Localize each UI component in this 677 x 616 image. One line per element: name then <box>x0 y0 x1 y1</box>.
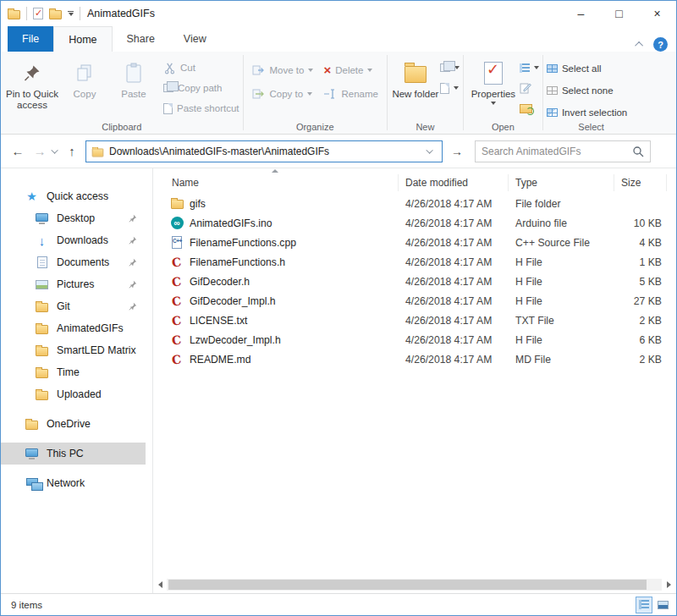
help-icon[interactable]: ? <box>653 37 668 52</box>
copy-path-button[interactable]: Copy path <box>163 80 239 96</box>
properties-button[interactable]: Properties <box>467 54 520 120</box>
copy-to-button[interactable]: Copy to <box>252 88 314 100</box>
paste-shortcut-button[interactable]: Paste shortcut <box>163 100 239 117</box>
file-name: GifDecoder_Impl.h <box>190 295 276 307</box>
sidebar-item[interactable]: Documents <box>1 251 152 273</box>
file-size: 6 KB <box>614 334 667 346</box>
column-header-name[interactable]: Name <box>163 174 399 191</box>
sidebar-item[interactable]: AnimatedGIFs <box>1 317 152 339</box>
rename-button[interactable]: Rename <box>323 88 377 100</box>
sidebar-item[interactable]: Time <box>1 361 152 383</box>
open-button[interactable] <box>520 59 539 76</box>
forward-button[interactable]: → <box>31 144 48 158</box>
file-date-modified: 4/26/2018 4:17 AM <box>399 276 509 288</box>
sidebar-item[interactable]: Pictures <box>1 273 152 295</box>
pin-icon <box>129 258 137 267</box>
search-box[interactable] <box>475 140 651 162</box>
address-bar[interactable]: Downloads\AnimatedGIFs-master\AnimatedGI… <box>85 140 443 162</box>
column-header-type[interactable]: Type <box>509 174 614 191</box>
file-icon <box>170 256 184 269</box>
table-row[interactable]: gifs 4/26/2018 4:17 AM File folder <box>163 194 676 213</box>
qat-customize-icon[interactable] <box>68 11 74 16</box>
invert-selection-button[interactable]: Invert selection <box>547 104 627 120</box>
go-button[interactable]: → <box>448 140 466 162</box>
sidebar-item[interactable]: Downloads <box>1 229 152 251</box>
scrollbar-thumb[interactable] <box>168 580 647 590</box>
select-all-button[interactable]: Select all <box>547 61 627 77</box>
search-icon <box>632 146 644 157</box>
table-row[interactable]: FilenameFunctions.cpp 4/26/2018 4:17 AM … <box>163 233 676 252</box>
minimize-button[interactable]: – <box>562 1 600 26</box>
close-button[interactable]: × <box>638 1 676 26</box>
details-view-button[interactable] <box>636 597 652 613</box>
separator <box>26 7 27 20</box>
table-row[interactable]: GifDecoder_Impl.h 4/26/2018 4:17 AM H Fi… <box>163 291 676 311</box>
delete-button[interactable]: × Delete <box>323 64 377 76</box>
thumbnails-view-button[interactable] <box>654 597 671 613</box>
horizontal-scrollbar[interactable] <box>153 579 675 591</box>
delete-icon: × <box>323 64 331 76</box>
new-item-button[interactable] <box>440 59 460 76</box>
table-row[interactable]: LICENSE.txt 4/26/2018 4:17 AM TXT File 2… <box>163 311 676 330</box>
table-row[interactable]: AnimatedGIFs.ino 4/26/2018 4:17 AM Ardui… <box>163 213 676 233</box>
sidebar-item[interactable]: Uploaded <box>1 383 152 405</box>
copy-button[interactable]: Copy <box>60 54 109 120</box>
copy-icon <box>74 58 95 87</box>
pin-icon <box>129 280 137 289</box>
file-type: C++ Source File <box>509 237 614 249</box>
move-to-button[interactable]: Move to <box>252 64 314 76</box>
pin-to-quick-access-button[interactable]: Pin to Quick access <box>4 54 60 120</box>
file-size: 10 KB <box>614 217 667 229</box>
cut-button[interactable]: Cut <box>163 59 239 76</box>
select-all-icon <box>547 64 558 73</box>
file-name: gifs <box>190 198 206 210</box>
new-folder-button[interactable]: New folder <box>391 54 440 120</box>
paste-button[interactable]: Paste <box>109 54 158 120</box>
sidebar-item[interactable]: Git <box>1 295 152 317</box>
back-button[interactable]: ← <box>9 144 26 158</box>
address-dropdown-icon[interactable] <box>423 149 438 154</box>
sidebar-item-label: SmartLED Matrix <box>57 344 136 356</box>
table-row[interactable]: GifDecoder.h 4/26/2018 4:17 AM H File 5 … <box>163 272 676 291</box>
sidebar-item[interactable]: Desktop <box>1 207 152 229</box>
scroll-right-icon[interactable] <box>662 579 675 591</box>
sidebar-item-label: Pictures <box>57 278 94 290</box>
qat-properties-icon[interactable] <box>33 8 43 19</box>
ribbon-tab[interactable]: File <box>8 26 53 52</box>
properties-icon <box>484 58 503 87</box>
file-name: AnimatedGIFs.ino <box>190 217 272 229</box>
file-date-modified: 4/26/2018 4:17 AM <box>399 217 509 229</box>
sidebar-item[interactable]: Quick access <box>1 185 152 207</box>
sidebar-item[interactable]: OneDrive <box>1 413 152 435</box>
qat-new-folder-icon[interactable] <box>49 10 62 19</box>
group-select: Select all Select none Invert selection … <box>543 52 639 134</box>
scroll-left-icon[interactable] <box>153 579 167 591</box>
details-view-icon <box>639 600 649 609</box>
file-name: LICENSE.txt <box>190 315 247 327</box>
scrollbar-track[interactable] <box>167 579 662 591</box>
table-row[interactable]: FilenameFunctions.h 4/26/2018 4:17 AM H … <box>163 252 676 272</box>
ribbon-tab[interactable]: Home <box>53 26 112 52</box>
search-input[interactable] <box>482 146 632 157</box>
sidebar-item[interactable]: SmartLED Matrix <box>1 339 152 361</box>
sidebar-item[interactable]: This PC <box>1 443 146 465</box>
column-header-date-modified[interactable]: Date modified <box>399 174 509 191</box>
main-area: Quick access Desktop Downloads <box>1 168 676 593</box>
edit-button[interactable] <box>520 80 539 96</box>
sort-ascending-icon[interactable] <box>272 169 278 173</box>
easy-access-button[interactable] <box>440 80 460 96</box>
column-header-size[interactable]: Size <box>614 174 667 191</box>
maximize-button[interactable]: □ <box>600 1 638 26</box>
sidebar-item[interactable]: Network <box>1 472 152 494</box>
up-button[interactable]: ↑ <box>63 144 80 158</box>
collapse-ribbon-icon[interactable] <box>635 41 643 50</box>
ribbon-tab[interactable]: Share <box>113 26 169 52</box>
recent-locations-icon[interactable] <box>51 146 58 153</box>
window-title: AnimatedGIFs <box>87 8 155 19</box>
history-button[interactable] <box>520 100 539 117</box>
ribbon-tab[interactable]: View <box>169 26 221 52</box>
sidebar-item-icon <box>25 476 39 491</box>
table-row[interactable]: LzwDecoder_Impl.h 4/26/2018 4:17 AM H Fi… <box>163 330 676 349</box>
table-row[interactable]: README.md 4/26/2018 4:17 AM MD File 2 KB <box>163 349 676 369</box>
select-none-button[interactable]: Select none <box>547 83 627 99</box>
